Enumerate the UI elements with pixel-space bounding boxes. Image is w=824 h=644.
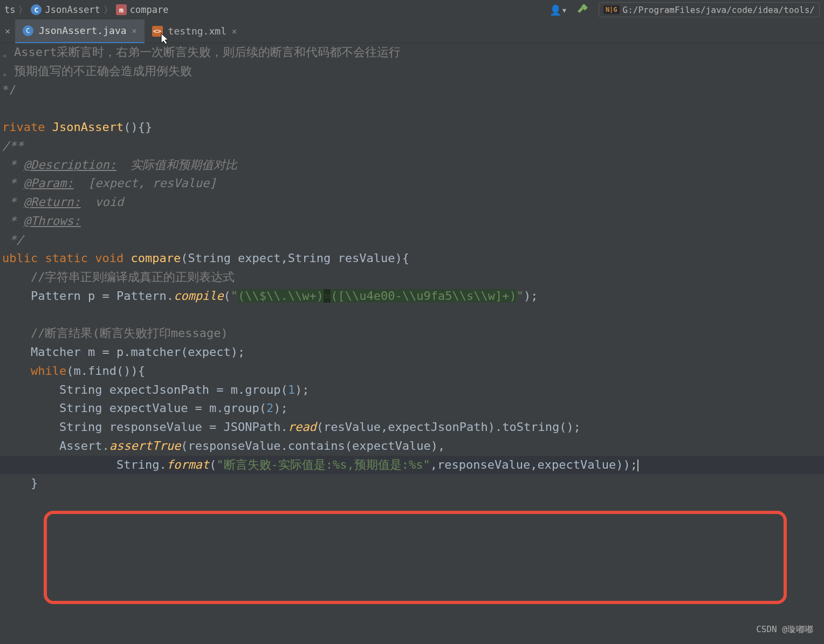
doc-tag: @Throws:: [24, 214, 81, 228]
code-text: String expectJsonPath = m.group(: [2, 383, 288, 396]
code-method: compile: [174, 289, 224, 303]
doc-tag: @Param:: [24, 176, 74, 190]
breadcrumb-label: compare: [130, 4, 169, 15]
code-string: (\\$\\.\\w+): [238, 289, 324, 303]
code-method: compare: [131, 251, 181, 265]
text-caret: [637, 460, 638, 471]
code-text: String expectValue = m.group(: [2, 401, 266, 415]
chevron-right-icon: 〉: [104, 4, 113, 16]
code-comment: //字符串正则编译成真正的正则表达式: [2, 270, 235, 284]
breadcrumb-label: JsonAssert: [45, 4, 100, 15]
doc-tag: @Description:: [24, 158, 116, 172]
code-comment: //断言结果(断言失败打印message): [2, 326, 228, 340]
chevron-right-icon: 〉: [18, 4, 28, 16]
code-text: (String expect,String resValue){: [181, 251, 409, 265]
code-comment: void: [81, 195, 123, 209]
code-comment: */: [2, 233, 24, 246]
path-text: G:/ProgramFiles/java/code/idea/tools/: [623, 5, 815, 15]
tab-label: JsonAssert.java: [39, 25, 127, 36]
code-text: (){}: [123, 120, 152, 134]
code-type: JsonAssert: [52, 120, 123, 134]
code-text: );: [295, 383, 310, 396]
code-text: (: [209, 458, 216, 471]
code-method: format: [167, 458, 209, 471]
toolbar-right: 👤▾ N|G G:/ProgramFiles/java/code/idea/to…: [550, 2, 820, 17]
code-method: read: [288, 420, 317, 434]
ng-icon: N|G: [603, 5, 620, 14]
tab-testng[interactable]: <> testng.xml ✕: [145, 19, 244, 43]
close-tab-icon[interactable]: ✕: [232, 26, 237, 36]
code-keyword: while: [31, 364, 66, 378]
watermark: CSDN @璇嘟嘟: [756, 624, 813, 635]
code-text: ,responseValue,expectValue));: [430, 458, 637, 471]
code-text: );: [524, 289, 538, 303]
editor-tabs: ✕ C JsonAssert.java ✕ <> testng.xml ✕: [0, 19, 824, 43]
code-method: assertTrue: [109, 439, 181, 453]
code-number: 1: [288, 383, 295, 396]
breadcrumb-partial[interactable]: ts: [4, 4, 15, 15]
code-comment: /**: [2, 139, 24, 153]
code-string: =: [324, 289, 331, 303]
code-keyword: void: [95, 251, 131, 265]
code-text: (: [224, 289, 231, 303]
breadcrumbs: ts 〉 C JsonAssert 〉 m compare: [4, 4, 169, 16]
code-keyword: ublic: [2, 251, 45, 265]
code-string: ": [231, 289, 238, 303]
code-string: ": [517, 289, 524, 303]
class-icon: C: [23, 25, 33, 36]
code-keyword: rivate: [2, 120, 52, 134]
code-text: 。预期值写的不正确会造成用例失败: [2, 64, 192, 78]
code-text: (m.find()){: [66, 364, 145, 378]
doc-tag: @Return:: [24, 195, 81, 209]
code-text: (responseValue.contains(expectValue),: [181, 439, 445, 453]
code-editor[interactable]: 。Assert采断言时，右弟一次断言失败，则后续的断言和代码都不会往运行 。预期…: [0, 43, 824, 493]
close-tab-icon[interactable]: ✕: [132, 26, 137, 36]
code-text: }: [2, 476, 38, 490]
top-bar: ts 〉 C JsonAssert 〉 m compare 👤▾ N|G G:/…: [0, 0, 824, 19]
code-text: Matcher m = p.matcher(expect);: [2, 345, 245, 359]
code-text: 。Assert采断言时，右弟一次断言失败，则后续的断言和代码都不会往运行: [2, 45, 401, 59]
mouse-cursor-icon: [160, 32, 171, 45]
code-text: (resValue,expectJsonPath).toString();: [317, 420, 581, 434]
code-text: Assert.: [2, 439, 109, 453]
code-keyword: static: [45, 251, 95, 265]
code-comment: [expect, resValue]: [73, 176, 216, 190]
tab-jsonassert[interactable]: C JsonAssert.java ✕: [15, 19, 145, 43]
code-number: 2: [266, 401, 273, 415]
tab-label: testng.xml: [168, 25, 226, 37]
project-path[interactable]: N|G G:/ProgramFiles/java/code/idea/tools…: [599, 2, 820, 17]
method-icon: m: [116, 4, 127, 15]
code-text: */: [2, 83, 17, 97]
class-icon: C: [31, 4, 42, 15]
close-icon[interactable]: ✕: [0, 19, 15, 43]
code-text: );: [273, 401, 288, 415]
code-text: String responseValue = JSONPath.: [2, 420, 288, 434]
code-comment: 实际值和预期值对比: [116, 158, 238, 172]
breadcrumb-method[interactable]: m compare: [116, 4, 169, 15]
code-text: String.: [2, 458, 167, 471]
breadcrumb-class[interactable]: C JsonAssert: [31, 4, 100, 15]
code-string: ([\\u4e00-\\u9fa5\\s\\w]+): [331, 289, 516, 303]
annotation-highlight-box: [44, 511, 787, 604]
user-icon[interactable]: 👤▾: [550, 4, 567, 16]
code-text: Pattern p = Pattern.: [2, 289, 174, 303]
code-string: "断言失败-实际值是:%s,预期值是:%s": [216, 458, 430, 471]
build-icon[interactable]: [577, 3, 589, 17]
